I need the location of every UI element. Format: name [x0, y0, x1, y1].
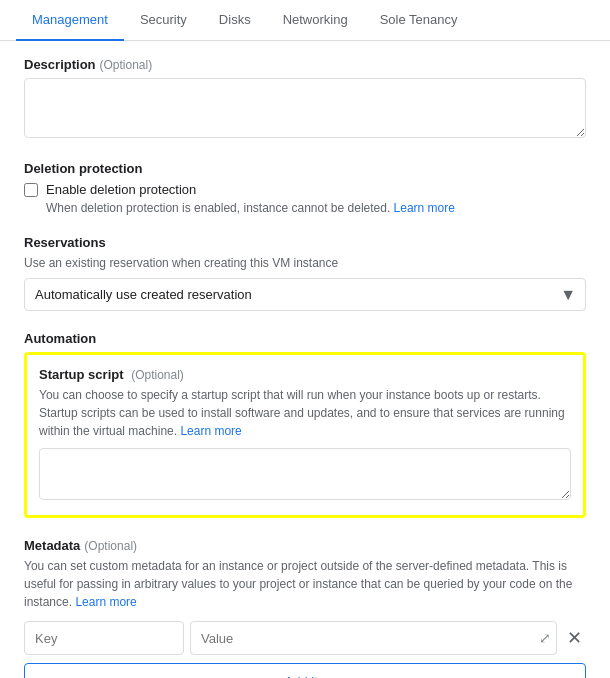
description-label: Description(Optional)	[24, 57, 586, 72]
deletion-protection-checkbox-label: Enable deletion protection	[46, 182, 196, 197]
description-input[interactable]	[24, 78, 586, 138]
startup-script-box: Startup script (Optional) You can choose…	[24, 352, 586, 518]
deletion-protection-section: Deletion protection Enable deletion prot…	[24, 161, 586, 215]
metadata-kv-row: ⤢ ✕	[24, 621, 586, 655]
metadata-key-input[interactable]	[24, 621, 184, 655]
metadata-description: You can set custom metadata for an insta…	[24, 557, 586, 611]
reservations-description: Use an existing reservation when creatin…	[24, 256, 586, 270]
startup-script-learn-more[interactable]: Learn more	[180, 424, 241, 438]
tab-bar: Management Security Disks Networking Sol…	[0, 0, 610, 41]
deletion-protection-learn-more[interactable]: Learn more	[394, 201, 455, 215]
reservations-dropdown-wrapper: Automatically use created reservationSel…	[24, 278, 586, 311]
reservations-section: Reservations Use an existing reservation…	[24, 235, 586, 311]
automation-section: Automation Startup script (Optional) You…	[24, 331, 586, 518]
deletion-protection-hint: When deletion protection is enabled, ins…	[24, 201, 586, 215]
description-section: Description(Optional)	[24, 57, 586, 141]
tab-sole-tenancy[interactable]: Sole Tenancy	[364, 0, 474, 41]
metadata-section: Metadata(Optional) You can set custom me…	[24, 538, 586, 678]
automation-title: Automation	[24, 331, 586, 346]
startup-script-description: You can choose to specify a startup scri…	[39, 386, 571, 440]
metadata-learn-more[interactable]: Learn more	[75, 595, 136, 609]
tab-management[interactable]: Management	[16, 0, 124, 41]
metadata-value-wrapper: ⤢	[190, 621, 557, 655]
metadata-value-input[interactable]	[190, 621, 557, 655]
tab-networking[interactable]: Networking	[267, 0, 364, 41]
expand-icon[interactable]: ⤢	[539, 630, 551, 646]
reservations-dropdown[interactable]: Automatically use created reservationSel…	[24, 278, 586, 311]
reservations-title: Reservations	[24, 235, 586, 250]
remove-metadata-button[interactable]: ✕	[563, 623, 586, 653]
metadata-label: Metadata(Optional)	[24, 538, 586, 553]
add-item-button[interactable]: + Add item	[24, 663, 586, 678]
tab-security[interactable]: Security	[124, 0, 203, 41]
deletion-protection-title: Deletion protection	[24, 161, 586, 176]
startup-script-input[interactable]	[39, 448, 571, 500]
startup-script-label: Startup script (Optional)	[39, 367, 571, 382]
deletion-protection-checkbox[interactable]	[24, 183, 38, 197]
deletion-protection-checkbox-row: Enable deletion protection	[24, 182, 586, 197]
tab-disks[interactable]: Disks	[203, 0, 267, 41]
content-area: Description(Optional) Deletion protectio…	[0, 41, 610, 678]
